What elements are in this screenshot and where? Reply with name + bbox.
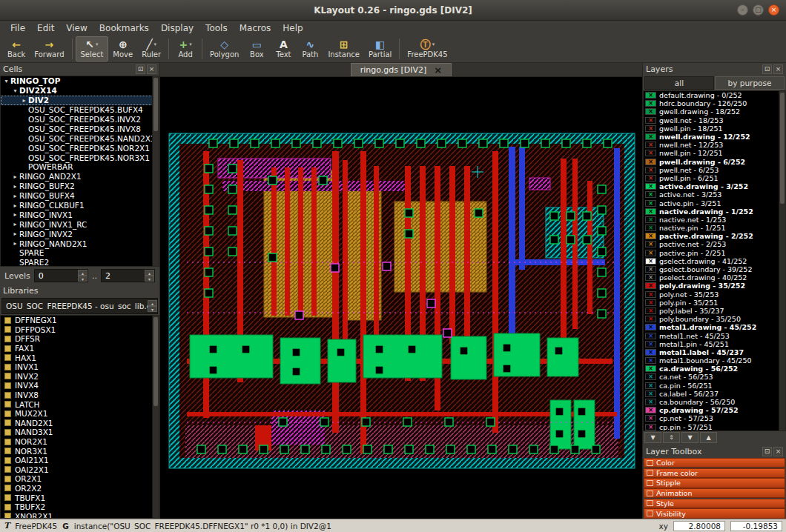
tree-expand-icon[interactable]: ▾	[11, 87, 19, 94]
library-item[interactable]: NAND3X1	[1, 428, 159, 437]
cell-tree-item[interactable]: SPARE	[1, 248, 159, 258]
layer-row[interactable]: ×ca.boundary - 56/250	[644, 398, 785, 406]
layer-row[interactable]: ×gwell.net - 18/253	[644, 116, 785, 124]
cell-tree-item[interactable]: ▸RINGO_INVX1	[1, 210, 159, 219]
toolbox-section-visibility[interactable]: Visibility	[644, 508, 785, 518]
back-button[interactable]: ←Back	[3, 36, 30, 61]
layer-list-scrollbar[interactable]	[779, 91, 785, 430]
layers-float-button[interactable]: ⊡	[762, 64, 772, 74]
layer-swatch[interactable]: ×	[645, 183, 656, 190]
layer-swatch[interactable]: ×	[645, 117, 656, 124]
cell-tree-item[interactable]: ▸RINGO_INVX2	[1, 229, 159, 239]
cell-tree-item[interactable]: SPARE2	[1, 258, 159, 267]
library-item[interactable]: NOR3X1	[1, 446, 159, 456]
layer-swatch[interactable]: ×	[645, 333, 656, 339]
polygon-button[interactable]: ◇Polygon	[205, 36, 243, 61]
move-down-button[interactable]: ▼	[644, 432, 661, 443]
layer-swatch[interactable]: ×	[645, 100, 656, 107]
library-item[interactable]: DFFPOSX1	[1, 325, 159, 335]
layer-row[interactable]: ×gwell.drawing - 18/252	[644, 107, 785, 116]
library-item[interactable]: DFFSR	[1, 334, 159, 344]
tree-expand-icon[interactable]: ▸	[11, 183, 19, 190]
tab-close-icon[interactable]: ×	[434, 65, 442, 75]
layer-row[interactable]: ×gselect.drawing - 41/252	[644, 257, 785, 265]
layer-row[interactable]: ×pselect.drawing - 40/252	[644, 273, 785, 282]
layer-row[interactable]: ×metal1.drawing - 45/252	[644, 323, 785, 331]
layer-swatch[interactable]: ×	[645, 250, 656, 256]
layer-row[interactable]: ×cp.pin - 57/251	[644, 423, 785, 431]
toolbox-close-button[interactable]: ×	[773, 447, 783, 456]
library-item[interactable]: INVX8	[1, 390, 159, 400]
menu-help[interactable]: Help	[277, 22, 308, 34]
layer-swatch[interactable]: ×	[645, 241, 656, 247]
layer-row[interactable]: ×ca.pin - 56/251	[644, 382, 785, 390]
layer-row[interactable]: ×gselect.boundary - 39/252	[644, 265, 785, 273]
menu-macros[interactable]: Macros	[234, 22, 277, 34]
menu-file[interactable]: File	[4, 22, 31, 34]
move-bottom-button[interactable]: ▼	[681, 432, 699, 443]
titlebar[interactable]: KLayout 0.26 - ringo.gds [DIV2] – □ ×	[0, 0, 786, 21]
tab-ringo-gds[interactable]: ringo.gds [DIV2] ×	[351, 63, 452, 76]
layer-list[interactable]: ×default.drawing - 0/252×hdrc.boundary -…	[643, 90, 786, 431]
layer-row[interactable]: ×nwell.net - 12/253	[644, 141, 785, 149]
layer-swatch[interactable]: ×	[645, 365, 656, 372]
layer-swatch[interactable]: ×	[645, 225, 656, 231]
library-item[interactable]: OAI22X1	[1, 465, 159, 475]
cell-tree-item[interactable]: ▸DIV2	[1, 96, 159, 105]
layer-swatch[interactable]: ×	[645, 92, 656, 99]
cell-tree-item[interactable]: OSU_SOC_FREEPDK45.INVX2	[1, 115, 159, 124]
layer-swatch[interactable]: ×	[645, 291, 656, 298]
layer-swatch[interactable]: ×	[645, 407, 656, 413]
layer-swatch[interactable]: ×	[645, 316, 656, 322]
cell-tree-item[interactable]: ▾RINGO_TOP	[1, 76, 159, 86]
dropdown-arrow-icon[interactable]: ▾	[432, 41, 435, 47]
layer-row[interactable]: ×pwell.net - 6/253	[644, 166, 785, 174]
dropdown-arrow-icon[interactable]: ▾	[189, 41, 192, 47]
tree-expand-icon[interactable]: ▾	[2, 78, 10, 84]
menu-display[interactable]: Display	[155, 22, 199, 34]
tree-expand-icon[interactable]: ▸	[11, 230, 19, 237]
layer-swatch[interactable]: ×	[645, 133, 656, 140]
layer-row[interactable]: ×pwell.pin - 6/251	[644, 174, 785, 182]
layer-row[interactable]: ×metal1.label - 45/237	[644, 348, 785, 356]
text-button[interactable]: AText	[270, 36, 297, 61]
layer-row[interactable]: ×poly.net - 35/253	[644, 290, 785, 299]
box-button[interactable]: ▭Box	[243, 36, 270, 61]
cell-tree-item[interactable]: OSU_SOC_FREEPDK45.BUFX4	[1, 105, 159, 115]
layer-swatch[interactable]: ×	[645, 233, 656, 239]
library-item[interactable]: TBUFX1	[1, 493, 159, 502]
toolbox-float-button[interactable]: ⊡	[762, 447, 772, 456]
layer-swatch[interactable]: ×	[645, 357, 656, 364]
layer-row[interactable]: ×metal1.boundary - 45/250	[644, 356, 785, 365]
dropdown-arrow-icon[interactable]: ▾	[154, 41, 157, 47]
layer-swatch[interactable]: ×	[645, 167, 656, 173]
layer-swatch[interactable]: ×	[645, 216, 656, 223]
cell-tree-item[interactable]: OSU_SOC_FREEPDK45.NOR3X1	[1, 153, 159, 162]
layer-swatch[interactable]: ×	[645, 282, 656, 289]
freepdk45-button[interactable]: Ⓣ▾FreePDK45	[403, 36, 452, 61]
layer-swatch[interactable]: ×	[645, 175, 656, 182]
library-item[interactable]: OAI21X1	[1, 456, 159, 465]
layer-row[interactable]: ×metal1.pin - 45/251	[644, 340, 785, 348]
tree-expand-icon[interactable]: ▸	[11, 173, 19, 180]
tree-expand-icon[interactable]: ▸	[20, 97, 28, 104]
layer-row[interactable]: ×nactive.net - 1/253	[644, 216, 785, 224]
layer-swatch[interactable]: ×	[645, 299, 656, 306]
layer-row[interactable]: ×poly.boundary - 35/250	[644, 315, 785, 323]
menu-edit[interactable]: Edit	[31, 22, 60, 34]
library-item[interactable]: DFFNEGX1	[1, 316, 159, 325]
close-button[interactable]: ×	[768, 4, 779, 16]
tree-expand-icon[interactable]: ▸	[11, 202, 19, 209]
library-item[interactable]: NAND2X1	[1, 419, 159, 428]
layer-swatch[interactable]: ×	[645, 307, 656, 314]
toolbox-section-frame-color[interactable]: Frame color	[644, 468, 785, 478]
library-item[interactable]: HAX1	[1, 353, 159, 362]
layer-row[interactable]: ×cp.drawing - 57/252	[644, 406, 785, 414]
tree-expand-icon[interactable]: ▸	[11, 221, 19, 227]
layer-row[interactable]: ×hdrc.boundary - 126/250	[644, 99, 785, 107]
layer-swatch[interactable]: ×	[645, 142, 656, 148]
cell-tree-scrollbar[interactable]	[152, 76, 159, 266]
layer-swatch[interactable]: ×	[645, 266, 656, 273]
layer-row[interactable]: ×metal1.net - 45/253	[644, 331, 785, 339]
layer-swatch[interactable]: ×	[645, 258, 656, 265]
